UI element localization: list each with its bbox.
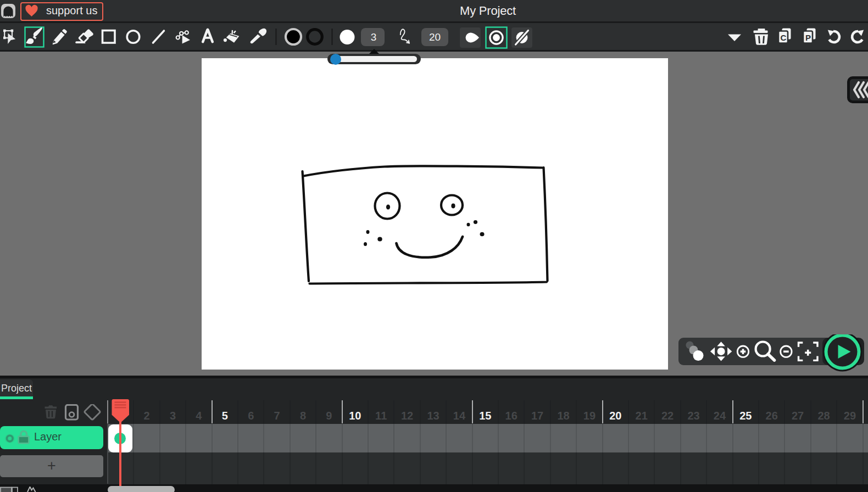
svg-text:C: C <box>781 33 787 42</box>
svg-text:P: P <box>805 33 811 42</box>
svg-text:3: 3 <box>371 31 377 43</box>
svg-text:20: 20 <box>429 31 441 43</box>
